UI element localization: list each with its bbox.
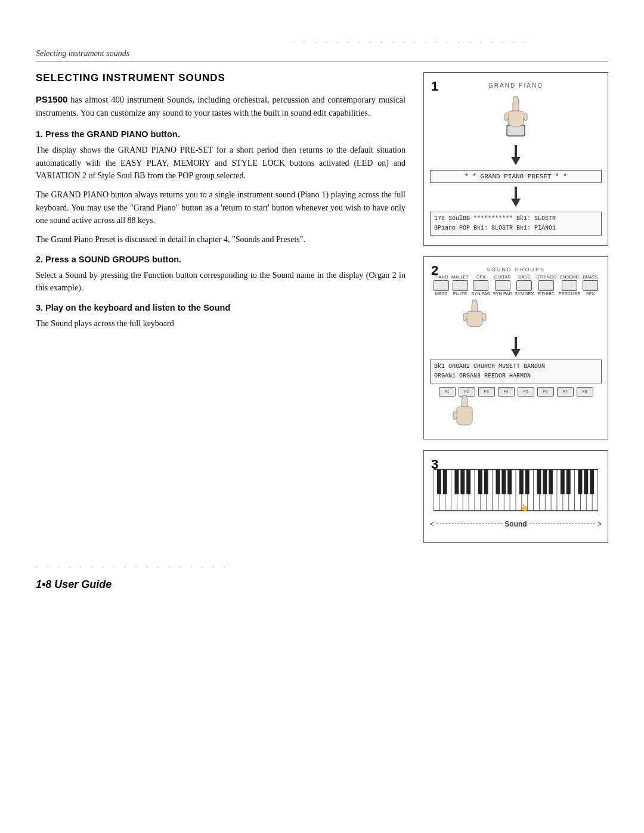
diagram-3-number: 3 [431,457,438,472]
svg-rect-39 [519,469,524,494]
btn-mallet-sq[interactable] [453,280,468,291]
right-dashes [530,524,595,524]
diag1-display1: * * GRAND PIANO PRESET * * [430,170,602,183]
btn-guitar-sq[interactable] [495,280,510,291]
btn-ofx-label-bot: SYN PAD [471,292,490,296]
sound-groups-label: SOUND GROUPS [430,267,602,272]
diagram-2: 2 SOUND GROUPS PIANO MEZZ MALLET F [423,256,608,439]
btn-guitar: GUITAR SYN PAD [493,275,512,297]
btn-ofx-label-top: OFX [476,275,485,280]
dots-bottom: . . . . . . . . . . . . . . . . . . [36,561,229,570]
arrow-2 [511,187,521,207]
btn-bass-label-bot: SYN SEX [515,292,534,296]
btn-brass: BRASS SFX [583,275,598,297]
hand-svg [489,95,543,140]
section-title: SELECTING INSTRUMENT SOUNDS [36,72,405,84]
fn-btn-f4[interactable]: F4 [498,387,515,397]
svg-text:👆: 👆 [520,503,529,511]
separator-line [36,61,608,61]
diag1-inner: GRAND PIANO [430,79,602,239]
step3-heading: 3. Play on the keyboard and listen to th… [36,303,405,312]
btn-ensemb: ENSEMB PERCUSS [559,275,580,297]
svg-rect-31 [454,469,459,494]
btn-ensemb-sq[interactable] [562,280,577,291]
btn-guitar-label-top: GUITAR [494,275,511,280]
step2-heading: 2. Press a SOUND GROUPS button. [36,255,405,264]
svg-rect-29 [437,469,441,494]
fn-btn-f5[interactable]: F5 [518,387,534,397]
header-italic: Selecting instrument sounds [36,49,608,58]
svg-rect-48 [590,469,594,494]
sound-group-buttons: PIANO MEZZ MALLET FLUTE OFX SYN P [430,275,602,297]
hand-diag2b-container [430,394,602,433]
svg-rect-36 [496,469,500,494]
diag1-display2-row1: 178 SoulBB *********** Bk1: SLOSTR [434,214,597,224]
step3-body: The Sound plays across the full keyboard [36,317,405,330]
diag1-display2-row2: GPiano POP Bk1: SLOSTR Bk1: PIANO1 [434,224,597,233]
keyboard-svg: 👆 [434,466,598,514]
diag1-display2: 178 SoulBB *********** Bk1: SLOSTR GPian… [430,212,602,236]
arrow-left: < [430,520,434,528]
btn-ensemb-label-top: ENSEMB [560,275,579,280]
btn-brass-label-bot: SFX [586,292,595,296]
btn-ensemb-label-bot: PERCUSS [559,292,580,296]
diag2-display-row2: ORGAN1 ORGAN3 REEDOR HARMON [434,371,597,381]
svg-rect-46 [578,469,582,494]
btn-strings-sq[interactable] [538,280,554,291]
diagram-1-number: 1 [431,79,438,94]
btn-strings-label-top: STRINGS [536,275,556,280]
intro-text: has almost 400 instrument Sounds, includ… [36,95,405,117]
svg-rect-34 [478,469,482,494]
dots-top: . . . . . . . . . . . . . . . . . . . . … [292,36,530,45]
btn-brass-sq[interactable] [583,280,598,291]
fn-btn-f8[interactable]: F8 [577,387,593,397]
hand-diag2b-svg [442,394,490,433]
fn-btn-f6[interactable]: F6 [537,387,554,397]
arrow-head-2 [511,199,521,207]
btn-bass-sq[interactable] [516,280,532,291]
left-col: SELECTING INSTRUMENT SOUNDS PS1500 has a… [36,72,405,543]
arrow-shaft-2 [515,187,517,199]
svg-rect-33 [466,469,470,494]
svg-rect-38 [507,469,512,494]
svg-rect-32 [460,469,465,494]
step1-body3: The Grand Piano Preset is discussed in d… [36,233,405,246]
arrow-shaft-3 [515,337,517,349]
page: . . . . . . . . . . . . . . . . . . . . … [0,0,644,833]
btn-strings: STRINGS ETHNIC [536,275,556,297]
diagram-2-number: 2 [431,263,438,278]
btn-bass-label-top: BASS [518,275,530,280]
step1-heading: 1. Press the GRAND PIANO button. [36,129,405,139]
fn-btn-f7[interactable]: F7 [557,387,574,397]
svg-rect-40 [525,469,530,494]
arrow-head-1 [511,157,521,165]
diagram-3: 3 [423,450,608,543]
right-col: 1 GRAND PIANO [423,72,608,543]
sound-label-row: < Sound > [430,520,602,528]
btn-bass: BASS SYN SEX [515,275,534,297]
svg-rect-44 [561,469,565,494]
svg-rect-42 [543,469,547,494]
dotted-line-bottom: . . . . . . . . . . . . . . . . . . [36,561,608,570]
diag1-label: GRAND PIANO [488,82,543,89]
btn-ofx-sq[interactable] [473,280,488,291]
svg-rect-45 [566,469,571,494]
footer-text: 1•8 User Guide [36,578,608,591]
sound-text: Sound [504,520,527,528]
arrow-shaft-1 [515,145,517,157]
btn-guitar-label-bot: SYN PAD [493,292,512,296]
btn-piano-label-bot: MEZZ [435,292,447,296]
arrow-1 [511,145,521,165]
btn-piano-sq[interactable] [434,280,449,291]
left-dashes [436,524,502,524]
keyboard-container: 👆 [430,463,602,516]
btn-ofx: OFX SYN PAD [471,275,490,297]
main-content: SELECTING INSTRUMENT SOUNDS PS1500 has a… [0,72,644,543]
step2-body: Select a Sound by pressing the Function … [36,269,405,295]
dotted-line-top: . . . . . . . . . . . . . . . . . . . . … [0,36,644,45]
brand-logo: PS1500 [36,94,67,104]
arrow-3 [430,337,602,357]
btn-mallet: MALLET FLUTE [451,275,469,297]
svg-rect-30 [443,469,447,494]
diag2-display: Bk1 ORGAN2 CHURCH MUSETT BANDON ORGAN1 O… [430,360,602,383]
